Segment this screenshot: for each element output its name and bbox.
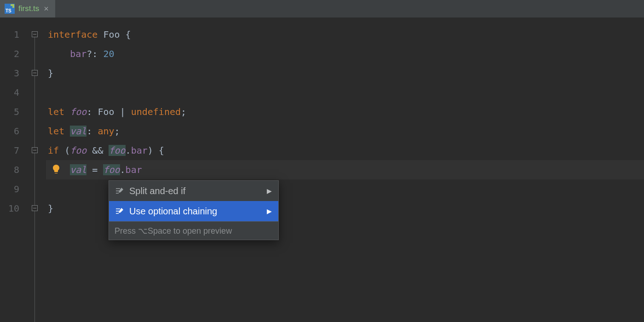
line-number: 8 [0,160,28,179]
code-line[interactable]: bar?: 20 [46,44,644,63]
intention-action-label: Split and-ed if [129,186,185,196]
intention-actions-popup: Split and-ed if ▶ Use optional chaining … [109,180,279,240]
tab-filename: first.ts [18,4,39,13]
line-number: 5 [0,102,28,121]
fold-toggle-icon[interactable] [32,147,38,153]
line-number-gutter: 1 2 3 4 5 6 7 8 9 10 [0,17,28,322]
typescript-file-icon: TS [5,4,15,14]
line-number: 4 [0,83,28,102]
intention-bulb-icon[interactable] [51,164,62,175]
fold-toggle-icon[interactable] [32,31,38,37]
code-line[interactable]: let val: any; [46,121,644,141]
editor-tab[interactable]: TS first.ts × [0,0,55,17]
line-number: 10 [0,199,28,218]
intention-action-icon [115,186,124,196]
tab-bar: TS first.ts × [0,0,644,17]
code-editor[interactable]: 1 2 3 4 5 6 7 8 9 10 interface Foo { bar… [0,17,644,322]
intention-popup-hint: Press ⌥Space to open preview [109,221,278,240]
code-line[interactable]: let foo: Foo | undefined; [46,102,644,121]
line-number: 1 [0,25,28,44]
line-number: 2 [0,44,28,63]
intention-action-icon [115,207,124,216]
fold-gutter [28,17,46,322]
fold-toggle-icon[interactable] [32,70,38,76]
code-line[interactable]: val = foo.bar [46,160,644,179]
line-number: 3 [0,63,28,83]
line-number: 9 [0,179,28,199]
code-line[interactable] [46,83,644,102]
line-number: 7 [0,141,28,160]
code-line[interactable]: interface Foo { [46,25,644,44]
line-number: 6 [0,121,28,141]
submenu-arrow-icon: ▶ [267,187,272,195]
fold-toggle-icon[interactable] [32,205,38,211]
intention-action-label: Use optional chaining [129,206,217,217]
submenu-arrow-icon: ▶ [267,207,272,215]
close-tab-icon[interactable]: × [43,4,50,14]
code-line[interactable]: } [46,63,644,83]
code-area[interactable]: interface Foo { bar?: 20 } let foo: Foo … [46,17,644,322]
intention-action-optional-chaining[interactable]: Use optional chaining ▶ [109,201,278,221]
code-line[interactable]: if (foo && foo.bar) { [46,141,644,160]
intention-action-split-if[interactable]: Split and-ed if ▶ [109,181,278,201]
